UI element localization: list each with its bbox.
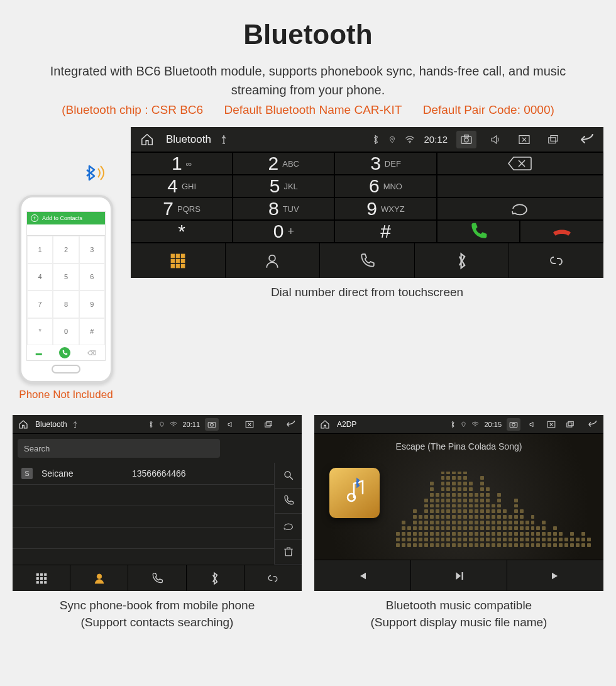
close-app-icon[interactable] (514, 131, 534, 148)
back-icon[interactable] (582, 418, 600, 431)
play-pause-button[interactable] (411, 560, 508, 591)
next-track-button[interactable] (507, 560, 603, 591)
svg-rect-29 (44, 577, 47, 579)
svg-rect-16 (181, 264, 184, 267)
caption-line2: (Support contacts searching) (81, 616, 234, 629)
back-icon[interactable] (280, 418, 298, 431)
tab-pair[interactable] (245, 565, 302, 591)
svg-point-33 (97, 573, 102, 578)
spec-name: Default Bluetooth Name CAR-KIT (224, 103, 402, 116)
key-hash[interactable]: # (334, 220, 436, 243)
key-8[interactable]: 8TUV (233, 197, 334, 220)
tab-bluetooth[interactable] (415, 243, 510, 278)
side-call-icon[interactable] (274, 489, 302, 514)
svg-point-1 (410, 141, 411, 143)
phone-key: 2 (53, 236, 79, 263)
add-contacts-label: Add to Contacts (42, 215, 82, 221)
contact-row[interactable]: S Seicane 13566664466 (13, 463, 274, 485)
svg-rect-27 (36, 577, 38, 579)
prev-track-button[interactable] (314, 560, 411, 591)
screenshot-icon[interactable] (205, 418, 219, 431)
side-sync-icon[interactable] (274, 514, 302, 539)
status-title: Bluetooth (35, 420, 67, 429)
location-icon (461, 421, 466, 428)
tab-pair[interactable] (509, 243, 603, 278)
wifi-icon (170, 421, 177, 428)
tab-call-log[interactable] (128, 565, 186, 591)
svg-rect-25 (40, 573, 43, 575)
key-star[interactable]: * (131, 220, 233, 243)
status-title: Bluetooth (166, 133, 211, 146)
screenshot-icon[interactable] (456, 131, 476, 148)
phone-key: 1 (27, 236, 53, 263)
key-0[interactable]: 0+ (233, 220, 334, 243)
usb-icon (220, 135, 228, 145)
phone-key: 4 (27, 263, 53, 291)
key-9[interactable]: 9WXYZ (334, 197, 436, 220)
home-icon[interactable] (137, 131, 157, 148)
svg-rect-30 (36, 581, 38, 584)
key-3[interactable]: 3DEF (334, 152, 436, 175)
phone-key: 5 (53, 263, 79, 291)
backspace-button[interactable] (437, 152, 603, 175)
key-1[interactable]: 1∞ (131, 152, 233, 175)
contact-row-empty (13, 485, 274, 506)
svg-rect-4 (465, 135, 468, 136)
phone-number-display (27, 224, 105, 236)
phone-call-icon (59, 347, 70, 358)
key-6[interactable]: 6MNO (334, 175, 436, 197)
page-subtitle: Integrated with BC6 Bluetooth module, su… (13, 62, 603, 99)
svg-point-3 (465, 138, 468, 141)
close-app-icon[interactable] (243, 418, 256, 431)
status-title: A2DP (337, 420, 356, 429)
key-7[interactable]: 7PQRS (131, 197, 233, 220)
music-caption: Bluetooth music compatible (Support disp… (314, 597, 603, 631)
svg-rect-12 (176, 259, 179, 262)
headunit-contacts-screen: Bluetooth 20:11 Search (13, 415, 302, 591)
tab-keypad[interactable] (13, 565, 70, 591)
svg-rect-26 (44, 573, 47, 575)
recent-apps-icon[interactable] (563, 418, 577, 431)
tab-contacts[interactable] (70, 565, 128, 591)
side-delete-icon[interactable] (274, 539, 302, 565)
recent-apps-icon[interactable] (261, 418, 275, 431)
svg-rect-18 (208, 422, 216, 427)
recent-apps-icon[interactable] (543, 131, 563, 148)
svg-point-23 (285, 472, 290, 477)
bluetooth-signal-icon (79, 165, 108, 192)
svg-rect-22 (267, 421, 272, 425)
key-4[interactable]: 4GHI (131, 175, 233, 197)
status-bar: Bluetooth 20:11 (13, 415, 302, 434)
screenshot-icon[interactable] (507, 418, 520, 431)
call-button[interactable] (437, 220, 520, 243)
svg-point-0 (392, 138, 393, 140)
back-icon[interactable] (572, 131, 597, 148)
volume-icon[interactable] (224, 418, 238, 431)
svg-rect-2 (461, 136, 471, 143)
svg-rect-8 (171, 254, 174, 257)
tab-keypad[interactable] (131, 243, 226, 278)
phone-key: # (79, 318, 105, 346)
home-icon[interactable] (16, 418, 30, 431)
redial-button[interactable] (437, 197, 603, 220)
search-input[interactable]: Search (18, 439, 220, 458)
dialer-grid: 1∞ 2ABC 3DEF 4GHI 5JKL 6MNO 7PQRS 8TUV 9… (131, 152, 603, 243)
key-2[interactable]: 2ABC (233, 152, 334, 175)
status-time: 20:15 (484, 421, 502, 428)
tab-call-log[interactable] (320, 243, 415, 278)
close-app-icon[interactable] (544, 418, 558, 431)
tab-contacts[interactable] (226, 243, 321, 278)
side-search-icon[interactable] (274, 463, 302, 489)
svg-rect-31 (40, 581, 43, 584)
contact-initial: S (21, 468, 33, 479)
volume-icon[interactable] (485, 131, 505, 148)
svg-rect-9 (176, 254, 179, 257)
wifi-icon (405, 135, 415, 144)
hangup-button[interactable] (520, 220, 603, 243)
search-placeholder: Search (24, 444, 50, 453)
key-5[interactable]: 5JKL (233, 175, 334, 197)
svg-rect-13 (181, 259, 184, 262)
tab-bluetooth[interactable] (187, 565, 245, 591)
volume-icon[interactable] (525, 418, 539, 431)
home-icon[interactable] (318, 418, 332, 431)
